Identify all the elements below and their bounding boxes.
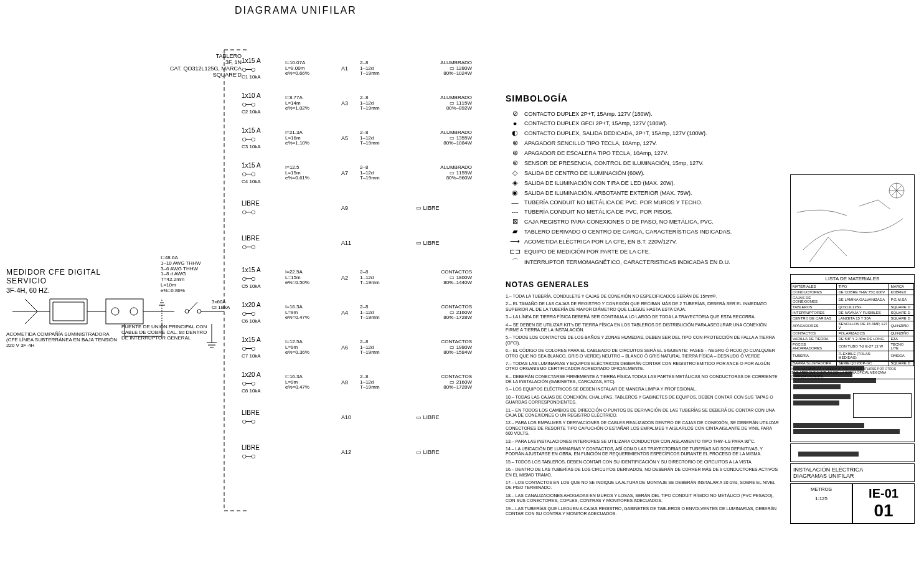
note-item: 15.– TODOS LOS TABLEROS, DEBEN CONTAR CO… <box>506 460 780 465</box>
feeder-params: I=48.6A 1–10 AWG THHW 3–6 AWG THHW 1–8 d… <box>161 255 200 294</box>
symbol-row: ◈SALIDA DE ILUMINACIÓN CON TIRA DE LED (… <box>506 179 767 187</box>
symbol-row: ⌒INTERRUPTOR TERMOMAGNÉTICO, CARACTERIST… <box>506 257 767 267</box>
puente-note: PUENTE DE UNIÓN PRINCIPAL CON CABLE DE C… <box>121 324 209 341</box>
symbol-row: ⊘CONTACTO DUPLEX 2P+T, 15Amp. 127V (180W… <box>506 110 767 118</box>
note-item: 13.– PARA LAS INSTALACIONES INTERIORES S… <box>506 439 780 444</box>
symbol-row: ⊠CAJA REGISTRO PARA CONEXIONES O DE PASO… <box>506 217 767 225</box>
title-block: INSTALACIÓN ELÉCTRICA DIAGRAMAS UNIFILAR… <box>790 361 915 524</box>
note-item: 19.– LAS TUBERÍAS QUE LLEGUEN A CAJAS RE… <box>506 506 780 517</box>
note-item: 1.– TODA LA TUBERÍA, CONDULETS Y CAJAS D… <box>506 294 780 299</box>
note-item: 7.– TODAS LAS LUMINARIAS Y EQUIPOS ELÉCT… <box>506 361 780 372</box>
circuit-row: LIBRE○─○A11▭ LIBRE <box>242 225 472 260</box>
note-item: 5.– TODOS LOS CONTACTOS DE LOS BAÑOS Y Z… <box>506 335 780 346</box>
symbol-row: ◉SALIDA DE ILUMINACIÓN. ARBOTANTE EXTERI… <box>506 189 767 197</box>
circuit-row: LIBRE○─○A12▭ LIBRE <box>242 435 472 470</box>
symbol-row: ◐CONTACTO DUPLEX, SALIDA DEDICADA, 2P+T,… <box>506 129 767 137</box>
notes-block: NOTAS GENERALES 1.– TODA LA TUBERÍA, CON… <box>506 280 780 519</box>
circuit-row: 1x15 A○─○C1 10kAI=10.07AL=9.00me%=0.66%A… <box>242 51 472 86</box>
tablero-line2: 3F, 1N <box>167 59 242 65</box>
location-map <box>790 174 915 268</box>
circuit-row: 1x15 A○─○C5 10kAI=22.5AL=15me%=0.50%A22–… <box>242 260 472 295</box>
symbol-row: ⊛APAGADOR DE ESCALERA TIPO TECLA, 10Amp,… <box>506 149 767 157</box>
svg-line-15 <box>189 302 197 311</box>
note-item: 14.– LA UBICACIÓN DE LUMINARIAS Y CONTAC… <box>506 447 780 457</box>
material-list-title: LISTA DE MATERIALES <box>791 275 914 283</box>
circuit-row: 1x15 A○─○C7 10kAI=12.5AL=9me%=0.36%A62–8… <box>242 330 472 365</box>
scale-label: 1:125 <box>793 496 849 501</box>
symbol-row: ●CONTACTO DUPLEX GFCI 2P+T, 15Amp, 127V … <box>506 120 767 127</box>
symbol-row: ⊚SENSOR DE PRESENCIA, CONTROL DE ILUMINA… <box>506 159 767 167</box>
circuit-row: 1x10 A○─○C2 10kAI=8.77AL=14me%=1.02%A32–… <box>242 86 472 121</box>
metros-label: METROS <box>793 486 849 492</box>
symbol-row: ⊏⊐EQUIPO DE MEDICIÓN POR PARTE DE LA CFE… <box>506 247 767 255</box>
svg-point-1 <box>111 308 119 315</box>
note-item: 12.– PARA LOS EMPALMES Y DERIVACIONES DE… <box>506 420 780 436</box>
note-item: 3.– LA LÍNEA DE TIERRA FÍSICA DEBERÁ SER… <box>506 315 780 320</box>
sheet-code: IE-01 <box>856 486 912 501</box>
tablero-label: TABLERO 3F, 1N CAT. QO312L125G, MARCA SQ… <box>167 53 242 78</box>
note-item: 18.– LAS CANALIZACIONES AHOGADAS EN MURO… <box>506 493 780 504</box>
tablero-line1: TABLERO <box>167 53 242 59</box>
circuit-row: LIBRE○─○A9▭ LIBRE <box>242 191 472 225</box>
symbol-row: —TUBERÍA CONDUIT NO METÁLICA DE PVC. POR… <box>506 199 767 206</box>
symbology-title: SIMBOLOGÍA <box>506 93 767 103</box>
note-item: 6.– EL CÓDIGO DE COLORES PARA EL CABLEAD… <box>506 348 780 359</box>
circuit-list: 1x15 A○─○C1 10kAI=10.07AL=9.00me%=0.66%A… <box>242 51 472 470</box>
inst-title: INSTALACIÓN ELÉCTRICA <box>793 467 912 473</box>
note-item: 10.– TODAS LAS CAJAS DE CONEXIÓN, CHALUP… <box>506 395 780 405</box>
tablero-line3: CAT. QO312L125G, MARCA SQUARE'D <box>167 65 242 78</box>
service-diagram <box>0 37 249 536</box>
circuit-row: LIBRE○─○A10▭ LIBRE <box>242 400 472 435</box>
note-item: 4.– SE DEBEN DE UTILIZAR KIT's DE TIERRA… <box>506 323 780 333</box>
symbology-block: SIMBOLOGÍA ⊘CONTACTO DUPLEX 2P+T, 15Amp.… <box>506 93 767 268</box>
sheet-num: 01 <box>856 501 912 521</box>
svg-point-13 <box>185 310 189 313</box>
circuit-row: 1x15 A○─○C3 10kAI=21.3AL=16me%=1.10%A52–… <box>242 121 472 156</box>
circuit-row: 1x15 A○─○C4 10kAI=12.5L=15me%=0.61%A72–8… <box>242 156 472 191</box>
main-breaker: 3x60A CI 1BkA <box>212 299 230 310</box>
note-item: 17.– LOS CONTACTOS EN LOS QUE NO SE INDI… <box>506 480 780 491</box>
notes-title: NOTAS GENERALES <box>506 280 780 289</box>
symbol-row: ---TUBERÍA CONDUIT NO METÁLICA DE PVC, P… <box>506 208 767 216</box>
svg-point-14 <box>197 310 201 313</box>
note-item: 11.– EN TODOS LOS CAMBIOS DE DIRECCIÓN O… <box>506 408 780 419</box>
symbol-row: ⊗APAGADOR SENCILLO TIPO TECLA, 10Amp, 12… <box>506 139 767 147</box>
circuit-row: 1x20 A○─○C8 10kAI=16.3AL=9me%=0.47%A82–8… <box>242 365 472 400</box>
symbol-row: ⟶ACOMETIDA ELÉCTRICA POR LA CFE, EN B.T.… <box>506 237 767 245</box>
note-item: 16.– DENTRO DE LAS TUBERÍAS DE LOS CIRCU… <box>506 467 780 478</box>
symbol-row: ▰TABLERO DERIVADO O CENTRO DE CARGA, CAR… <box>506 227 767 235</box>
page-title: DIAGRAMA UNIFILAR <box>235 5 357 16</box>
note-item: 2.– EL TAMAÑO DE LAS CAJAS DE REGISTRO Y… <box>506 301 780 312</box>
circuit-row: 1x20 A○─○C6 10kAI=16.3AL=9me%=0.47%A42–8… <box>242 295 472 330</box>
inst-sub: DIAGRAMAS UNIFILAR <box>793 473 912 479</box>
note-item: 9.– LOS EQUIPOS ELÉCTRICOS SE DEBEN INST… <box>506 387 780 392</box>
note-item: 8.– DEBERÁN CONECTARSE FIRMEMENTE A TIER… <box>506 374 780 385</box>
svg-point-2 <box>130 308 138 315</box>
symbol-row: ◇SALIDA DE CENTRO DE ILUMINACIÓN (60W). <box>506 169 767 177</box>
